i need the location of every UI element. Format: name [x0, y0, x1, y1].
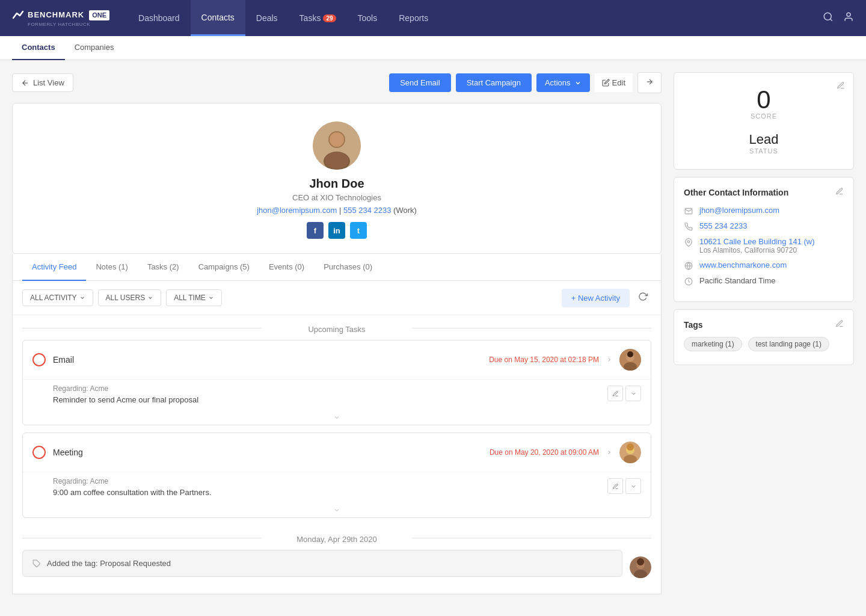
score-edit-button[interactable] [837, 81, 845, 91]
contact-website-link[interactable]: www.benchmarkone.com [699, 260, 787, 270]
contact-address-row: 10621 Calle Lee Building 141 (w) Los Ala… [684, 237, 844, 254]
tab-campaigns[interactable]: Campaigns (5) [189, 254, 259, 281]
tag-landing-page[interactable]: test landing page (1) [748, 337, 829, 351]
profile-title: CEO at XIO Technologies [25, 193, 649, 202]
contact-timezone-text: Pacific Standard Time [699, 276, 775, 285]
facebook-icon[interactable]: f [307, 222, 324, 239]
phone-icon [684, 223, 693, 231]
task-expand-meeting[interactable] [23, 504, 651, 517]
tab-purchases[interactable]: Purchases (0) [314, 254, 382, 281]
tags-edit-button[interactable] [835, 319, 844, 330]
sec-nav-companies[interactable]: Companies [65, 36, 124, 60]
tab-events[interactable]: Events (0) [259, 254, 314, 281]
task-description-meeting: 9:00 am coffee consultation with the Par… [53, 488, 641, 497]
brand-box: ONE [89, 10, 109, 20]
nav-deals[interactable]: Deals [245, 0, 289, 36]
send-email-button[interactable]: Send Email [389, 73, 450, 92]
task-card-email: Email Due on May 15, 2020 at 02:18 PM [22, 340, 651, 425]
all-activity-filter[interactable]: ALL ACTIVITY [22, 289, 93, 306]
task-complete-circle[interactable] [32, 353, 46, 366]
nav-tasks[interactable]: Tasks 29 [289, 0, 347, 36]
tabs-container: Activity Feed Notes (1) Tasks (2) Campai… [12, 254, 662, 594]
svg-point-13 [627, 351, 633, 357]
location-icon [684, 238, 693, 247]
contact-info-edit-button[interactable] [835, 187, 844, 197]
all-time-filter[interactable]: ALL TIME [166, 289, 222, 306]
user-profile-button[interactable] [843, 11, 854, 25]
contact-email-link[interactable]: jhon@loremipsum.com [699, 206, 779, 215]
task-expand-email[interactable] [23, 411, 651, 425]
nav-tools[interactable]: Tools [347, 0, 388, 36]
nav-contacts[interactable]: Contacts [191, 0, 245, 36]
edit-button[interactable]: Edit [595, 73, 633, 92]
tasks-badge: 29 [323, 14, 336, 22]
chevron-down-icon [79, 295, 85, 301]
task-more-button[interactable] [625, 386, 641, 401]
contact-timezone-row: Pacific Standard Time [684, 276, 844, 286]
phone-link[interactable]: 555 234 2233 [343, 206, 392, 215]
nav-reports[interactable]: Reports [388, 0, 439, 36]
email-link[interactable]: jhon@loremipsum.com [257, 206, 337, 215]
next-button[interactable] [637, 72, 662, 93]
edit-pencil-icon [837, 81, 845, 90]
task-regarding-meeting: Regarding: Acme [53, 477, 641, 485]
search-button[interactable] [823, 11, 834, 25]
task-type-email: Email [53, 355, 482, 365]
status-label: STATUS [689, 147, 839, 155]
task-header-meeting: Meeting Due on May 20, 2020 at 09:00 AM [23, 433, 651, 472]
twitter-icon[interactable]: t [350, 222, 367, 239]
chevron-right-icon [606, 449, 612, 455]
new-activity-button[interactable]: + New Activity [562, 289, 630, 307]
task-edit-button-meeting[interactable] [607, 478, 623, 494]
tabs-row: Activity Feed Notes (1) Tasks (2) Campai… [13, 254, 661, 281]
tags-list: marketing (1) test landing page (1) [684, 337, 844, 355]
contact-address-link[interactable]: 10621 Calle Lee Building 141 (w) [699, 237, 815, 246]
linkedin-icon[interactable]: in [328, 222, 345, 239]
tab-tasks[interactable]: Tasks (2) [138, 254, 189, 281]
main-container: List View Send Email Start Campaign Acti… [0, 60, 866, 606]
contact-phone-link[interactable]: 555 234 2233 [699, 221, 748, 230]
tag-marketing[interactable]: marketing (1) [684, 337, 742, 351]
tag-activity-text: Added the tag: Proposal Requested [47, 559, 612, 568]
social-icons: f in t [25, 222, 649, 239]
contact-photo [313, 122, 361, 170]
clock-icon [684, 277, 693, 286]
tags-title: Tags [684, 320, 703, 330]
chevron-down-icon [630, 390, 637, 397]
task-body-meeting: Regarding: Acme 9:00 am coffee consultat… [23, 472, 651, 504]
tags-header: Tags [684, 319, 844, 330]
edit-icon [835, 187, 844, 196]
task-more-button-meeting[interactable] [625, 478, 641, 494]
brand-formerly: FORMERLY HATCHBUCK [28, 22, 109, 28]
secondary-nav: Contacts Companies [0, 36, 866, 60]
top-nav: BENCHMARK ONE FORMERLY HATCHBUCK Dashboa… [0, 0, 866, 36]
all-users-filter[interactable]: ALL USERS [98, 289, 162, 306]
contact-phone-row: 555 234 2233 [684, 221, 844, 231]
actions-button[interactable]: Actions [536, 73, 590, 92]
tag-activity-card: Added the tag: Proposal Requested [22, 550, 622, 577]
contact-address-line2: Los Alamitos, California 90720 [699, 246, 815, 254]
sec-nav-contacts[interactable]: Contacts [12, 36, 65, 60]
tab-activity-feed[interactable]: Activity Feed [22, 254, 86, 281]
pencil-icon [612, 483, 619, 490]
nav-icons [823, 11, 854, 25]
task-complete-circle-meeting[interactable] [32, 446, 46, 459]
avatar-woman-svg [619, 349, 641, 371]
start-campaign-button[interactable]: Start Campaign [456, 73, 532, 92]
nav-dashboard[interactable]: Dashboard [127, 0, 191, 36]
task-edit-button[interactable] [607, 386, 623, 401]
task-assignee-avatar-meeting [619, 442, 641, 463]
tab-notes[interactable]: Notes (1) [86, 254, 137, 281]
user-icon [843, 11, 854, 22]
arrow-left-icon [21, 79, 29, 87]
logo: BENCHMARK ONE FORMERLY HATCHBUCK [12, 8, 109, 28]
contact-email-row: jhon@loremipsum.com [684, 206, 844, 215]
task-actions-meeting [607, 478, 641, 494]
edit-icon [602, 79, 610, 87]
nav-items: Dashboard Contacts Deals Tasks 29 Tools … [127, 0, 823, 36]
avatar-man-svg [630, 556, 651, 578]
back-button[interactable]: List View [12, 73, 73, 92]
refresh-button[interactable] [634, 288, 651, 307]
contact-info-header: Other Contact Information [684, 187, 844, 197]
contact-info-card: Other Contact Information jhon@loremipsu… [674, 177, 854, 302]
